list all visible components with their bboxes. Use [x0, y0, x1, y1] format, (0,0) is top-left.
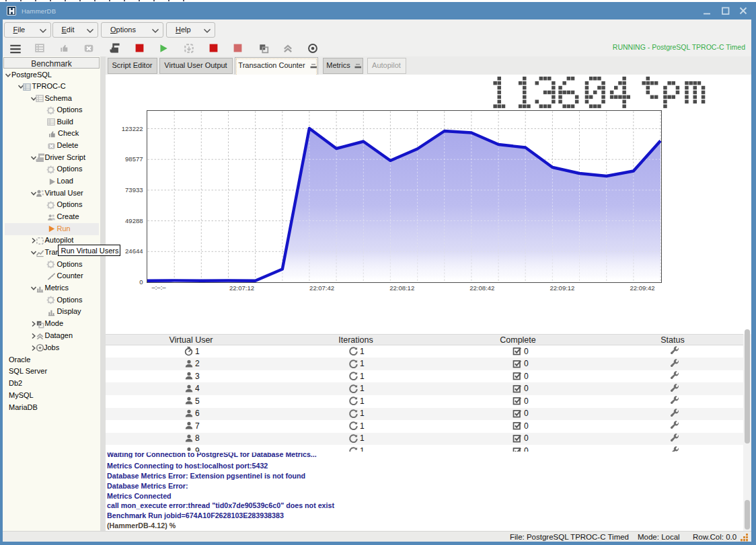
svg-text:73933: 73933 [125, 186, 143, 194]
svg-text:98577: 98577 [125, 155, 143, 163]
svg-text:–:–:–: –:–:– [151, 284, 166, 291]
svg-text:49288: 49288 [125, 217, 143, 224]
svg-text:123222: 123222 [122, 125, 143, 132]
svg-text:22:09:42: 22:09:42 [630, 284, 655, 292]
svg-text:22:09:12: 22:09:12 [550, 284, 574, 292]
svg-text:24644: 24644 [125, 247, 143, 255]
svg-text:22:08:42: 22:08:42 [469, 284, 494, 292]
svg-text:0: 0 [139, 278, 143, 286]
svg-text:22:07:42: 22:07:42 [309, 284, 334, 292]
svg-text:22:07:12: 22:07:12 [229, 284, 254, 292]
svg-text:22:08:12: 22:08:12 [389, 284, 414, 292]
